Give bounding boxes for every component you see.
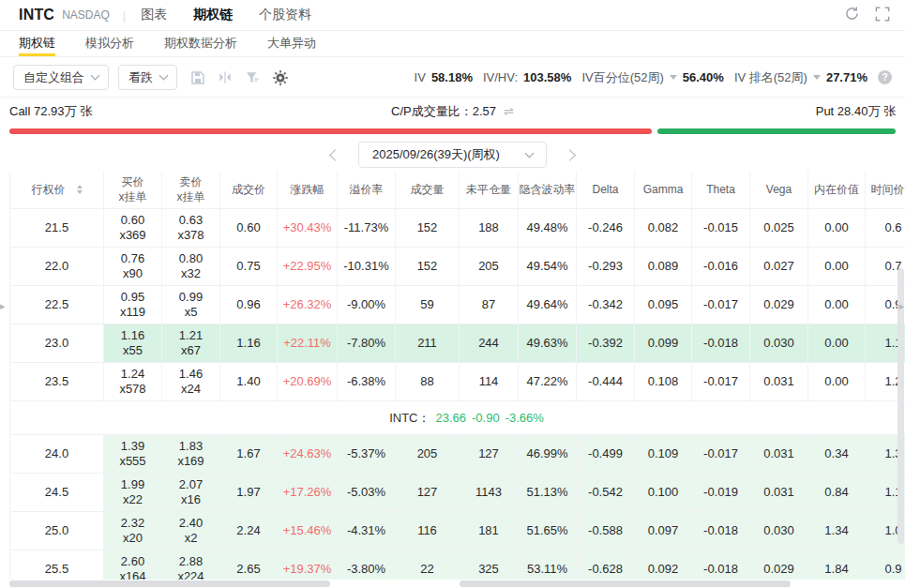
iv-stat-value: 58.18%	[431, 70, 473, 84]
cp-ratio-value: 2.57	[473, 104, 496, 118]
column-header-label: 溢价率	[350, 182, 384, 197]
underlying-symbol-label: INTC：	[389, 410, 430, 427]
iv-stat-label[interactable]: IV百分位(52周)	[581, 69, 663, 86]
iv-stats: IV58.18%IV/HV:103.58%IV百分位(52周)56.40%IV …	[415, 69, 892, 86]
filter-icon[interactable]	[245, 70, 260, 84]
iv-stat-value: 27.71%	[826, 70, 867, 84]
underlying-price: 23.66	[435, 411, 466, 425]
column-header-iv[interactable]: 隐含波动率	[519, 171, 577, 208]
header-icons	[844, 0, 890, 31]
gear-icon[interactable]	[272, 69, 289, 86]
sort-icon[interactable]	[77, 185, 83, 194]
column-header-change_pct[interactable]: 涨跌幅	[278, 171, 338, 208]
column-header-ask[interactable]: 卖价x挂单	[162, 171, 220, 208]
column-header-label: 内在价值	[814, 182, 859, 197]
column-header-delta[interactable]: Delta	[577, 171, 635, 208]
horizontal-scrollbar-right[interactable]	[460, 580, 791, 587]
column-header-label: 隐含波动率	[520, 182, 576, 197]
underlying-quote-row: INTC：23.66-0.90-3.66%	[10, 401, 905, 435]
top-header: INTC NASDAQ | 图表期权链个股资料	[0, 0, 905, 31]
column-header-strike[interactable]: 行权价	[10, 171, 104, 208]
option-row[interactable]: 25.52.60x1642.88x2242.65+19.37%-3.80%223…	[10, 550, 905, 580]
column-header-premium_rate[interactable]: 溢价率	[338, 171, 396, 208]
option-row[interactable]: 23.01.16x551.21x671.16+22.11%-7.80%21124…	[10, 324, 905, 363]
subtab-大单异动[interactable]: 大单异动	[267, 32, 316, 56]
expiry-value: 2025/09/26(39天)(周权)	[372, 146, 500, 163]
column-header-label: Delta	[592, 182, 618, 197]
table-body: 21.50.60x3690.63x3780.60+30.43%-11.73%15…	[10, 209, 905, 580]
custom-combo-label: 自定义组合	[23, 69, 84, 86]
column-header-label: 涨跌幅	[291, 182, 324, 197]
put-volume-bar	[657, 128, 896, 134]
column-header-label: 时间价值	[871, 182, 905, 197]
column-header-volume[interactable]: 成交量	[396, 171, 460, 208]
column-header-vega[interactable]: Vega	[750, 171, 808, 208]
column-header-sublabel: x挂单	[119, 189, 147, 204]
header-tab-图表[interactable]: 图表	[141, 7, 167, 23]
column-header-bid[interactable]: 买价x挂单	[104, 171, 162, 208]
column-header-label: 成交价	[232, 182, 265, 197]
header-tab-期权链[interactable]: 期权链	[193, 7, 233, 23]
column-header-theta[interactable]: Theta	[692, 171, 750, 208]
horizontal-scrollbar-left[interactable]	[9, 580, 330, 587]
iv-stat: IV 排名(52周)27.71%	[734, 69, 867, 86]
underlying-change: -0.90	[472, 411, 500, 425]
expiry-select[interactable]: 2025/09/26(39天)(周权)	[358, 142, 547, 168]
iv-stat-label: IV	[415, 70, 426, 84]
swap-icon[interactable]: ⇌	[504, 104, 514, 118]
subtab-模拟分析[interactable]: 模拟分析	[85, 32, 134, 56]
volume-section: Call 72.93万 张 C/P成交量比：2.57⇌ Put 28.40万 张	[9, 99, 896, 134]
iv-stat-label[interactable]: IV 排名(52周)	[734, 69, 807, 86]
chevron-down-icon	[524, 148, 534, 158]
expiry-row: 2025/09/26(39天)(周权)	[0, 139, 905, 171]
help-icon[interactable]: ?	[878, 70, 892, 84]
header-tab-个股资料[interactable]: 个股资料	[259, 7, 311, 23]
option-chain-window: INTC NASDAQ | 图表期权链个股资料 期权链模拟分析期权数据分析大单异…	[0, 0, 905, 588]
option-table: 行权价买价x挂单卖价x挂单成交价涨跌幅溢价率成交量未平仓量隐含波动率DeltaG…	[9, 171, 905, 580]
prev-expiry-icon[interactable]	[329, 149, 341, 161]
column-header-label: 卖价	[180, 174, 203, 189]
column-header-last[interactable]: 成交价	[220, 171, 278, 208]
column-header-time_value[interactable]: 时间价值	[866, 171, 905, 208]
direction-label: 看跌	[128, 69, 153, 86]
subtab-期权链[interactable]: 期权链	[19, 32, 55, 56]
column-header-open_interest[interactable]: 未平仓量	[460, 171, 519, 208]
header-tabs: 图表期权链个股资料	[141, 7, 311, 23]
subtab-bar: 期权链模拟分析期权数据分析大单异动	[0, 32, 905, 57]
option-row[interactable]: 22.50.95x1190.99x50.96+26.32%-9.00%59874…	[10, 286, 905, 324]
subtab-期权数据分析[interactable]: 期权数据分析	[164, 32, 237, 56]
expand-left-panel-icon[interactable]: ▸	[0, 300, 6, 312]
column-header-label: Vega	[766, 182, 792, 197]
direction-select[interactable]: 看跌	[118, 65, 177, 90]
custom-combo-button[interactable]: 自定义组合	[13, 65, 109, 90]
chevron-down-icon	[91, 71, 100, 81]
option-row[interactable]: 24.01.39x5551.83x1691.67+24.63%-5.37%205…	[10, 435, 905, 474]
option-row[interactable]: 23.51.24x5781.46x241.40+20.69%-6.38%8811…	[10, 363, 905, 401]
column-header-label: Gamma	[643, 182, 684, 197]
iv-stat: IV百分位(52周)56.40%	[581, 69, 724, 86]
cp-ratio-label: C/P成交量比：	[391, 104, 473, 118]
column-header-gamma[interactable]: Gamma	[635, 171, 692, 208]
next-expiry-icon[interactable]	[564, 149, 576, 161]
exchange-label: NASDAQ	[62, 8, 110, 22]
column-header-label: 买价	[122, 174, 144, 189]
column-header-label: 行权价	[32, 182, 66, 197]
refresh-icon[interactable]	[844, 6, 860, 25]
toolbar-icons	[190, 69, 289, 86]
expand-right-panel-icon[interactable]: ▸	[898, 300, 904, 312]
iv-stat-label: IV/HV:	[483, 70, 518, 84]
table-header-row: 行权价买价x挂单卖价x挂单成交价涨跌幅溢价率成交量未平仓量隐含波动率DeltaG…	[10, 171, 905, 209]
chevron-down-icon	[159, 71, 169, 81]
iv-stat-value: 103.58%	[523, 70, 571, 84]
mirror-layout-icon[interactable]	[218, 70, 233, 84]
iv-stat: IV58.18%	[415, 70, 473, 84]
symbol: INTC	[19, 7, 54, 23]
save-icon[interactable]	[190, 70, 205, 85]
option-row[interactable]: 24.51.99x222.07x161.97+17.26%-5.03%12711…	[10, 474, 905, 512]
header-divider: |	[123, 8, 126, 23]
column-header-intrinsic_value[interactable]: 内在价值	[808, 171, 866, 208]
option-row[interactable]: 22.00.76x900.80x320.75+22.95%-10.31%1522…	[10, 248, 905, 286]
fullscreen-icon[interactable]	[875, 7, 890, 25]
option-row[interactable]: 21.50.60x3690.63x3780.60+30.43%-11.73%15…	[10, 209, 905, 248]
option-row[interactable]: 25.02.32x202.40x22.24+15.46%-4.31%116181…	[10, 512, 905, 550]
